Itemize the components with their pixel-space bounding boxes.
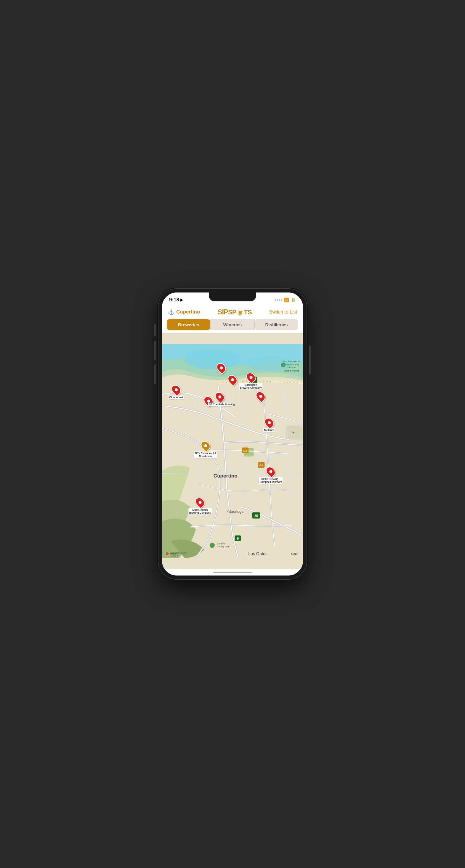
svg-text:Los Gatos: Los Gatos — [248, 551, 267, 556]
svg-text:i: i — [212, 545, 213, 547]
battery-icon: 🔋 — [291, 298, 296, 302]
map-pin-barebottle[interactable]: BarebottleBrewing Company — [239, 372, 263, 390]
location-icon: ⚓ — [168, 309, 174, 315]
logo-sip: SIP — [217, 308, 228, 316]
pin-label-oktoberfest: Oktoberfest — [168, 396, 184, 399]
signal-icon — [274, 299, 282, 301]
svg-text:Wildlife Refuge: Wildlife Refuge — [284, 369, 299, 372]
app-logo: SIPSP🍺TS — [217, 308, 252, 316]
location-label: Cupertino — [176, 309, 200, 315]
time-display: 9:18 — [169, 297, 179, 303]
phone-frame: 9:18 ▶ 📶 🔋 ⚓ Cupertino SIPSP🍺 — [158, 289, 307, 579]
svg-point-1 — [184, 349, 241, 369]
map-pin-3[interactable] — [228, 374, 237, 385]
volume-up-button[interactable] — [154, 341, 156, 360]
tab-distilleries-label: Distilleries — [265, 322, 288, 327]
map-pin-manyfriends[interactable]: ManyFriendsBrewing Company — [188, 497, 212, 515]
status-time: 9:18 ▶ — [169, 297, 183, 303]
pin-label-off-the-rails: Off The Rails Brewing — [208, 403, 232, 406]
power-button[interactable] — [309, 345, 311, 375]
map-pin-off-the-rails-right[interactable]: Off The Rails Brewing — [208, 392, 232, 406]
phone-screen: 9:18 ▶ 📶 🔋 ⚓ Cupertino SIPSP🍺 — [162, 292, 303, 576]
svg-text:Cupertino: Cupertino — [213, 473, 237, 479]
map-pin-bjs[interactable]: BJ's Restaurant &Brewhouse — [194, 440, 217, 458]
svg-text:🍎 Maps: 🍎 Maps — [165, 552, 176, 555]
tab-breweries[interactable]: Breweries — [167, 319, 210, 330]
svg-text:G2: G2 — [243, 449, 247, 452]
svg-text:Legal: Legal — [291, 552, 298, 555]
switch-label: Switch to List — [269, 309, 297, 314]
map-pin-5[interactable] — [257, 391, 265, 401]
map-container[interactable]: ✈ — [162, 333, 303, 569]
svg-text:Don Edwards Sa: Don Edwards Sa — [283, 360, 300, 363]
pin-label-bjs: BJ's Restaurant &Brewhouse — [194, 452, 217, 458]
svg-text:•Saratoga: •Saratoga — [227, 509, 243, 514]
location-arrow-icon: ▶ — [180, 298, 183, 302]
home-indicator[interactable] — [213, 572, 252, 573]
volume-down-button[interactable] — [154, 365, 156, 384]
svg-text:i: i — [283, 364, 284, 367]
tab-wineries[interactable]: Wineries — [210, 319, 254, 330]
pin-label-strike: Strike Brewing -Campbell Taproom — [259, 477, 283, 484]
app-header: ⚓ Cupertino SIPSP🍺TS Switch to List — [162, 306, 303, 319]
logo-spots: SP🍺TS — [228, 308, 252, 316]
status-icons: 📶 🔋 — [274, 298, 296, 302]
location-button[interactable]: ⚓ Cupertino — [168, 309, 200, 315]
map-svg: ✈ — [162, 333, 303, 569]
svg-text:✈: ✈ — [291, 430, 295, 435]
wifi-icon: 📶 — [284, 298, 289, 302]
svg-text:85: 85 — [254, 514, 258, 518]
map-pin-strike[interactable]: Strike Brewing -Campbell Taproom — [259, 466, 283, 484]
notch — [209, 292, 256, 301]
pin-label-barebottle: BarebottleBrewing Company — [239, 383, 263, 390]
map-pin-oktoberfest[interactable]: Oktoberfest — [168, 384, 184, 399]
switch-to-list-button[interactable]: Switch to List — [269, 309, 297, 315]
pin-label-manyfriends: ManyFriendsBrewing Company — [188, 508, 212, 515]
svg-text:9: 9 — [237, 537, 239, 540]
svg-text:Sanborn: Sanborn — [217, 542, 226, 545]
tab-breweries-label: Breweries — [178, 322, 199, 327]
tab-distilleries[interactable]: Distilleries — [255, 319, 298, 330]
svg-text:Francisco Bay: Francisco Bay — [285, 363, 299, 366]
category-tabs: Breweries Wineries Distilleries — [162, 319, 303, 333]
map-pin-2[interactable] — [217, 363, 225, 373]
tab-wineries-label: Wineries — [223, 322, 242, 327]
pin-label-taplands: Taplands — [263, 428, 275, 432]
mute-button[interactable] — [154, 324, 156, 336]
svg-text:National: National — [288, 366, 296, 369]
map-pin-taplands[interactable]: Taplands — [263, 417, 275, 432]
svg-text:County Park: County Park — [217, 545, 230, 548]
